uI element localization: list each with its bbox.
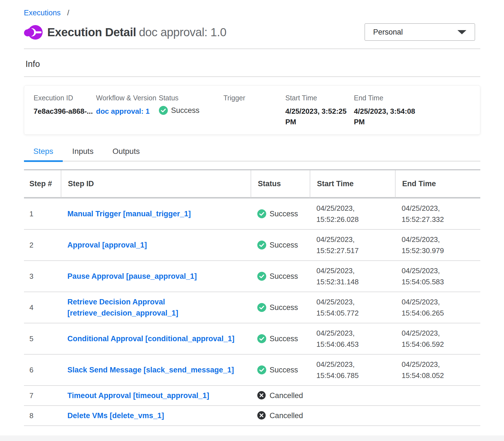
success-icon [257, 334, 266, 343]
chevron-down-icon [457, 30, 466, 34]
step-table-row: 7Timeout Approval [timeout_approval_1]Ca… [24, 386, 480, 406]
step-number: 5 [24, 323, 61, 355]
step-number: 2 [24, 230, 61, 261]
tab-steps[interactable]: Steps [24, 144, 63, 162]
field-label: Execution ID [34, 94, 96, 102]
info-field-start-time: Start Time 4/25/2023, 3:52:25 PM [285, 94, 354, 127]
end-time-value: 4/25/2023, 3:54:08 PM [354, 106, 421, 127]
column-header-start-time: Start Time [310, 170, 395, 198]
info-field-status: Status Success [159, 94, 224, 127]
success-icon [257, 272, 266, 281]
status-badge: Cancelled [270, 410, 303, 421]
step-end-time: 04/25/2023, 15:54:06.592 [402, 328, 455, 350]
tabs: Steps Inputs Outputs [24, 144, 480, 161]
step-start-time: 04/25/2023, 15:52:27.517 [316, 234, 369, 256]
info-field-end-time: End Time 4/25/2023, 3:54:08 PM [354, 94, 471, 127]
info-field-workflow-version: Workflow & Version doc approval: 1 [96, 94, 159, 127]
step-table-row: 5Conditional Approval [conditional_appro… [24, 323, 480, 355]
info-divider [24, 76, 480, 77]
step-link[interactable]: Pause Approval [pause_approval_1] [67, 272, 197, 280]
status-badge: Success [270, 271, 298, 282]
step-end-time: 04/25/2023, 15:54:06.265 [402, 296, 455, 319]
step-table-row: 8Delete VMs [delete_vms_1]Cancelled [24, 406, 480, 426]
workspace-select[interactable]: Personal [365, 23, 475, 41]
status-badge: Success [270, 333, 298, 344]
breadcrumb: Executions / [24, 8, 480, 17]
step-table-row: 2Approval [approval_1]Success04/25/2023,… [24, 230, 480, 261]
status-badge: Success [270, 364, 298, 375]
page-subtitle: doc approval: 1.0 [139, 26, 226, 39]
table-header-row: Step # Step ID Status Start Time End Tim… [24, 170, 480, 198]
execution-detail-page: Executions / Execution Detaildoc approva… [24, 0, 480, 426]
step-table-row: 1Manual Trigger [manual_trigger_1]Succes… [24, 198, 480, 230]
step-number: 1 [24, 198, 61, 230]
step-link[interactable]: Conditional Approval [conditional_approv… [67, 335, 234, 343]
step-link[interactable]: Timeout Approval [timeout_approval_1] [67, 391, 209, 400]
step-link[interactable]: Delete VMs [delete_vms_1] [67, 411, 164, 420]
workspace-select-value: Personal [373, 28, 403, 37]
step-start-time: 04/25/2023, 15:54:06.453 [316, 328, 369, 350]
success-icon [257, 365, 266, 374]
status-badge: Success [270, 239, 298, 251]
field-label: Status [159, 94, 224, 102]
step-start-time: 04/25/2023, 15:52:31.148 [316, 265, 369, 287]
step-number: 4 [24, 292, 61, 323]
info-section-title: Info [26, 59, 480, 69]
step-table-row: 3Pause Approval [pause_approval_1]Succes… [24, 261, 480, 292]
status-badge: Success [270, 208, 298, 219]
field-label: Start Time [285, 94, 354, 102]
success-icon [159, 106, 168, 115]
page-header: Execution Detaildoc approval: 1.0 Person… [24, 23, 480, 41]
info-field-trigger: Trigger [224, 94, 285, 127]
title-divider [24, 49, 480, 49]
execution-id-value: 7e8ac396-a868-... [34, 106, 96, 117]
status-badge: Cancelled [270, 390, 303, 401]
column-header-step-num: Step # [24, 170, 61, 198]
horizontal-scrollbar-track[interactable] [0, 435, 504, 441]
cancelled-icon [257, 391, 266, 400]
step-link[interactable]: Manual Trigger [manual_trigger_1] [67, 210, 191, 218]
steps-table: Step # Step ID Status Start Time End Tim… [24, 169, 480, 426]
info-field-execution-id: Execution ID 7e8ac396-a868-... [34, 94, 96, 127]
step-number: 6 [24, 355, 61, 386]
step-table-row: 4Retrieve Decision Approval [retrieve_de… [24, 292, 480, 323]
step-end-time: 04/25/2023, 15:52:27.332 [402, 203, 455, 225]
step-link[interactable]: Approval [approval_1] [67, 241, 147, 249]
field-label: End Time [354, 94, 471, 102]
success-icon [257, 241, 266, 249]
step-number: 8 [24, 406, 61, 426]
breadcrumb-link-executions[interactable]: Executions [24, 9, 61, 17]
step-end-time: 04/25/2023, 15:54:08.052 [402, 359, 455, 381]
step-end-time: 04/25/2023, 15:54:05.583 [402, 265, 455, 287]
page-title: Execution Detail [47, 26, 136, 39]
workflow-logo-icon [24, 24, 43, 40]
step-table-row: 6Slack Send Message [slack_send_message_… [24, 355, 480, 386]
field-label: Trigger [224, 94, 285, 102]
status-badge: Success [171, 106, 200, 115]
step-start-time: 04/25/2023, 15:54:05.772 [316, 296, 369, 319]
column-header-step-id: Step ID [61, 170, 251, 198]
cancelled-icon [257, 411, 266, 420]
info-card: Execution ID 7e8ac396-a868-... Workflow … [24, 85, 480, 135]
step-number: 7 [24, 386, 61, 406]
tab-outputs[interactable]: Outputs [103, 144, 149, 161]
step-end-time: 04/25/2023, 15:52:30.979 [402, 234, 455, 256]
column-header-end-time: End Time [395, 170, 480, 198]
start-time-value: 4/25/2023, 3:52:25 PM [285, 106, 352, 127]
tab-inputs[interactable]: Inputs [63, 144, 103, 161]
breadcrumb-separator: / [67, 9, 69, 17]
step-start-time: 04/25/2023, 15:52:26.028 [316, 203, 369, 225]
status-badge: Success [270, 302, 298, 313]
field-label: Workflow & Version [96, 94, 159, 102]
step-link[interactable]: Retrieve Decision Approval [retrieve_dec… [67, 298, 178, 317]
step-start-time: 04/25/2023, 15:54:06.785 [316, 359, 369, 381]
workflow-version-link[interactable]: doc approval: 1 [96, 106, 159, 117]
success-icon [257, 209, 266, 218]
step-link[interactable]: Slack Send Message [slack_send_message_1… [67, 366, 234, 374]
step-number: 3 [24, 261, 61, 292]
success-icon [257, 303, 266, 312]
column-header-status: Status [251, 170, 310, 198]
